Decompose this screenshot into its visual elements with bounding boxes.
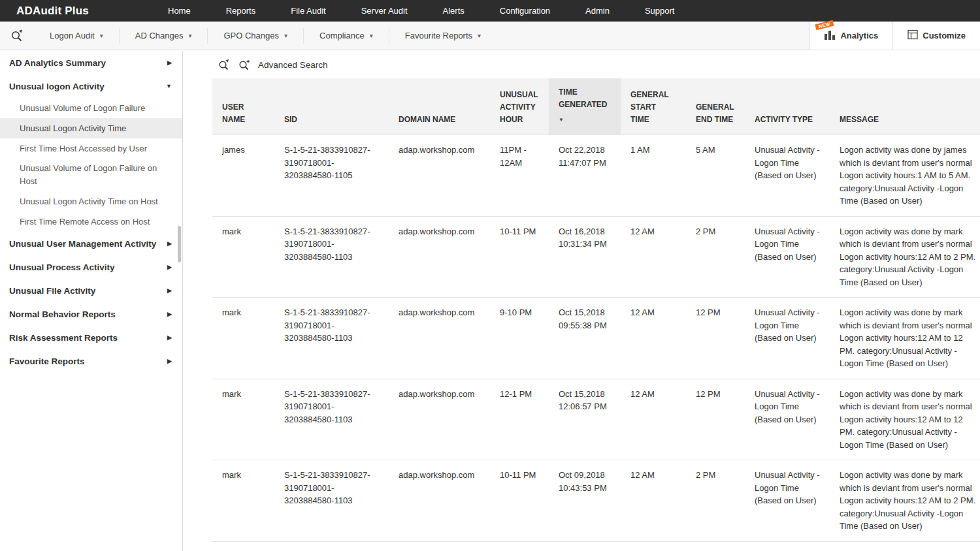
nav-item-file-audit[interactable]: File Audit [273, 0, 343, 22]
cell-general-start-time: 12 AM [621, 379, 686, 460]
sidebar-section-unusual-user-management-activity[interactable]: Unusual User Management Activity ▶ [0, 232, 182, 255]
analytics-button[interactable]: NEW Analytics [809, 22, 892, 50]
analytics-label: Analytics [840, 31, 878, 40]
cell-domain-name: adap.workshop.com [389, 216, 490, 298]
sidebar-item-first-time-remote-access-on-host[interactable]: First Time Remote Access on Host [0, 212, 182, 232]
menu-label: Favourite Reports [405, 31, 472, 40]
cell-general-end-time: 5 AM [686, 135, 745, 217]
table-row: mark S-1-5-21-3833910827-3190718001-3203… [212, 460, 980, 542]
column-header-general-end-time[interactable]: GENERAL END TIME [686, 78, 745, 135]
menu-label: AD Changes [135, 31, 184, 40]
menu-gpo-changes[interactable]: GPO Changes ▾ [207, 28, 303, 44]
chevron-right-icon: ▶ [167, 59, 172, 66]
cell-domain-name: adap.workshop.com [389, 298, 490, 379]
column-header-message[interactable]: MESSAGE [830, 78, 980, 135]
table-header-row: USER NAME SID DOMAIN NAME UNUSUAL ACTIVI… [212, 78, 980, 135]
sidebar-section-risk-assessment-reports[interactable]: Risk Assessment Reports ▶ [0, 326, 182, 349]
customize-button[interactable]: Customize [892, 22, 980, 50]
cell-unusual-activity-hour: 12-1 PM [490, 379, 549, 460]
cell-sid: S-1-5-21-3833910827-3190718001-320388458… [274, 379, 389, 460]
nav-item-home[interactable]: Home [150, 0, 208, 22]
sidebar-section-unusual-logon-activity[interactable]: Unusual logon Activity ▼ [0, 74, 182, 98]
sidebar-section-label: Risk Assessment Reports [9, 333, 118, 343]
sidebar-section-label: Unusual User Management Activity [9, 239, 156, 249]
table-row: mark S-1-5-21-3833910827-3190718001-3203… [212, 298, 980, 379]
nav-item-alerts[interactable]: Alerts [425, 0, 482, 22]
cell-user-name: mark [212, 460, 274, 542]
sidebar-scrollbar[interactable] [178, 226, 181, 262]
nav-item-support[interactable]: Support [627, 0, 693, 22]
cell-unusual-activity-hour: 10-11 PM [490, 460, 549, 542]
cell-user-name: mark [212, 298, 274, 379]
column-header-user-name[interactable]: USER NAME [212, 78, 274, 135]
customize-label: Customize [923, 31, 966, 40]
cell-unusual-activity-hour: 10-11 PM [490, 216, 549, 298]
menu-compliance[interactable]: Compliance ▾ [303, 28, 389, 44]
menu-label: Compliance [319, 31, 365, 40]
cell-time-generated: Oct 22,2018 11:47:07 PM [549, 135, 621, 217]
sidebar-section-unusual-process-activity[interactable]: Unusual Process Activity ▶ [0, 255, 182, 279]
advanced-search-icon[interactable] [238, 59, 250, 71]
cell-time-generated: Oct 15,2018 12:06:57 PM [549, 379, 621, 460]
cell-domain-name: adap.workshop.com [389, 135, 490, 217]
column-header-sid[interactable]: SID [274, 78, 389, 135]
sidebar-item-unusual-volume-of-logon-failure-on-host[interactable]: Unusual Volume of Logon Failure on Host [0, 159, 182, 191]
sidebar-section-label: Normal Behavior Reports [9, 309, 116, 319]
menu-label: GPO Changes [223, 31, 279, 40]
cell-activity-type: Unusual Activity -Logon Time (Based on U… [745, 379, 830, 460]
sidebar-section-unusual-file-activity[interactable]: Unusual File Activity ▶ [0, 279, 182, 302]
search-icon[interactable] [218, 59, 230, 71]
chevron-right-icon: ▶ [167, 264, 172, 270]
menu-favourite-reports[interactable]: Favourite Reports ▾ [389, 28, 497, 44]
cell-sid: S-1-5-21-3833910827-3190718001-320388458… [274, 216, 389, 298]
reports-toolbar: Logon Audit ▾ AD Changes ▾ GPO Changes ▾… [0, 22, 980, 50]
sidebar-item-unusual-volume-of-logon-failure[interactable]: Unusual Volume of Logon Failure [0, 98, 182, 118]
cell-sid: S-1-5-21-3833910827-3190718001-320388458… [274, 460, 389, 542]
column-header-unusual-activity-hour[interactable]: UNUSUAL ACTIVITY HOUR [490, 78, 549, 135]
toolbar-right-group: NEW Analytics Customize [809, 22, 980, 50]
sidebar-section-normal-behavior-reports[interactable]: Normal Behavior Reports ▶ [0, 302, 182, 326]
cell-general-end-time: 12 PM [686, 298, 745, 379]
cell-general-end-time: 2 PM [686, 541, 745, 551]
sidebar-item-unusual-logon-activity-time-on-host[interactable]: Unusual Logon Activity Time on Host [0, 191, 182, 212]
menu-ad-changes[interactable]: AD Changes ▾ [119, 28, 208, 44]
cell-time-generated: Oct 09,2018 09:29:18 PM [549, 541, 621, 551]
sidebar-item-first-time-host-accessed-by-user[interactable]: First Time Host Accessed by User [0, 138, 182, 159]
sidebar-section-label: Favourite Reports [9, 356, 85, 366]
nav-item-server-audit[interactable]: Server Audit [344, 0, 425, 22]
menu-logon-audit[interactable]: Logon Audit ▾ [34, 28, 119, 44]
cell-general-end-time: 12 PM [686, 379, 745, 460]
sidebar-section-favourite-reports[interactable]: Favourite Reports ▶ [0, 349, 182, 373]
table-row: mark S-1-5-21-3833910827-3190718001-3203… [212, 216, 980, 298]
cell-sid: S-1-5-21-3833910827-3190718001-320388458… [274, 541, 389, 551]
sidebar-item-unusual-logon-activity-time[interactable]: Unusual Logon Activity Time [0, 118, 182, 138]
nav-item-reports[interactable]: Reports [208, 0, 274, 22]
table-row: james S-1-5-21-3833910827-3190718001-320… [212, 135, 980, 217]
app-logo[interactable]: ADAudit Plus [0, 5, 150, 18]
chevron-down-icon: ▾ [100, 32, 103, 39]
column-header-domain-name[interactable]: DOMAIN NAME [389, 78, 490, 135]
sidebar-section-ad-analytics-summary[interactable]: AD Analytics Summary ▶ [0, 51, 182, 74]
nav-item-configuration[interactable]: Configuration [482, 0, 568, 22]
new-badge: NEW [815, 20, 834, 30]
advanced-search-label[interactable]: Advanced Search [258, 60, 328, 70]
column-header-time-generated[interactable]: TIME GENERATED ▼ [549, 78, 621, 135]
sidebar-section-label: Unusual Process Activity [9, 262, 115, 272]
cell-unusual-activity-hour: 9-10 PM [490, 298, 549, 379]
sidebar-section-label: Unusual File Activity [9, 286, 95, 296]
cell-user-name: mark [212, 379, 274, 460]
table-row: mark S-1-5-21-3833910827-3190718001-3203… [212, 379, 980, 460]
sort-descending-icon[interactable]: ▼ [559, 114, 611, 126]
cell-general-start-time: 12 AM [621, 460, 686, 542]
cell-domain-name: adap.workshop.com [389, 541, 490, 551]
nav-item-admin[interactable]: Admin [568, 0, 627, 22]
cell-user-name: mark [212, 216, 274, 298]
menu-label: Logon Audit [50, 31, 95, 40]
sidebar-section-label: AD Analytics Summary [9, 58, 106, 68]
chevron-right-icon: ▶ [167, 311, 172, 317]
column-header-label: TIME GENERATED [559, 87, 607, 109]
report-search-icon[interactable] [0, 29, 34, 43]
chevron-down-icon: ▾ [284, 32, 287, 39]
column-header-activity-type[interactable]: ACTIVITY TYPE [745, 78, 830, 135]
column-header-general-start-time[interactable]: GENERAL START TIME [621, 78, 686, 135]
